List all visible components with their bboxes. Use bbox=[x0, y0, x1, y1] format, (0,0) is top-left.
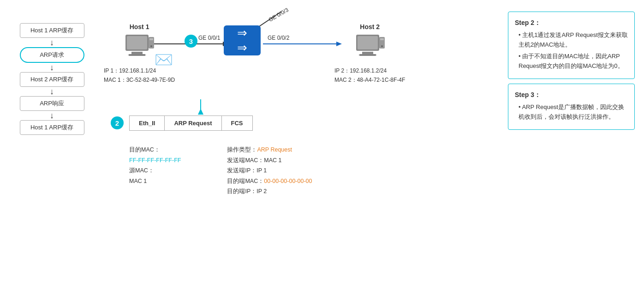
frame-cell-fcs: FCS bbox=[222, 116, 252, 130]
flow-box-4: ARP响应 bbox=[20, 96, 84, 111]
email-icon: ✉️ bbox=[155, 51, 173, 68]
svg-rect-12 bbox=[127, 36, 147, 49]
field-details: 目的MAC： FF-FF-FF-FF-FF-FF 源MAC： MAC 1 操作类… bbox=[129, 145, 501, 197]
switch-arrows-icon: ⇒ ⇒ bbox=[237, 26, 247, 55]
flow-arrow-2: ↓ bbox=[50, 63, 54, 72]
switch-icon: ⇒ ⇒ bbox=[224, 25, 261, 55]
topology-area: Host 1 IP 1：192.168.1.1/24 MAC 1：3 bbox=[95, 9, 501, 129]
svg-point-26 bbox=[381, 45, 383, 47]
step3-bullet-1: ARP Request是广播数据帧，因此交换机收到后，会对该帧执行泛洪操作。 bbox=[515, 103, 628, 122]
svg-rect-13 bbox=[131, 52, 143, 54]
eth-src-mac-label: 源MAC： bbox=[129, 165, 181, 176]
svg-point-18 bbox=[150, 45, 152, 47]
step2-box: Step 2： 主机1通过发送ARP Request报文来获取主机2的MAC地址… bbox=[508, 12, 635, 79]
step2-bullet-2: 由于不知道目的MAC地址，因此ARP Request报文内的目的端MAC地址为0… bbox=[515, 52, 628, 71]
arp-op-value: ARP Request bbox=[257, 146, 292, 153]
arp-src-ip: 发送端IP：IP 1 bbox=[227, 165, 312, 176]
frame-boxes: Eth_II ARP Request FCS bbox=[129, 116, 253, 131]
ge003-label: GE 0/0/3 bbox=[268, 6, 290, 23]
host2-info: IP 2：192.168.1.2/24 MAC 2：48-A4-72-1C-8F… bbox=[334, 66, 405, 85]
step3-box: Step 3： ARP Request是广播数据帧，因此交换机收到后，会对该帧执… bbox=[508, 84, 635, 130]
ge002-label: GE 0/0/2 bbox=[268, 35, 289, 41]
badge-2: 2 bbox=[111, 116, 124, 129]
eth-fields: 目的MAC： FF-FF-FF-FF-FF-FF 源MAC： MAC 1 bbox=[129, 145, 181, 197]
frame-cell-arp: ARP Request bbox=[165, 116, 221, 130]
flowchart: Host 1 ARP缓存 ↓ ARP请求 ↓ Host 2 ARP缓存 ↓ AR… bbox=[9, 9, 95, 283]
step2-bullet-1: 主机1通过发送ARP Request报文来获取主机2的MAC地址。 bbox=[515, 30, 628, 50]
frame-section: 2 Eth_II ARP Request FCS 目的MAC： FF-FF-FF… bbox=[95, 116, 501, 197]
arp-dst-mac: 目的端MAC：00-00-00-00-00-00 bbox=[227, 176, 312, 187]
flow-arrow-3: ↓ bbox=[50, 87, 54, 96]
flow-box-5: Host 1 ARP缓存 bbox=[20, 120, 84, 135]
host2-label: Host 2 bbox=[360, 23, 380, 30]
right-panel: Step 2： 主机1通过发送ARP Request报文来获取主机2的MAC地址… bbox=[501, 9, 635, 283]
host1-info: IP 1：192.168.1.1/24 MAC 1：3C-52-82-49-7E… bbox=[104, 66, 175, 85]
svg-rect-21 bbox=[362, 52, 373, 54]
eth-src-mac-value: MAC 1 bbox=[129, 176, 181, 187]
arp-src-mac: 发送端MAC：MAC 1 bbox=[227, 155, 312, 166]
host1: Host 1 IP 1：192.168.1.1/24 MAC 1：3 bbox=[104, 23, 175, 85]
frame-cell-eth: Eth_II bbox=[130, 116, 165, 130]
host2-computer-icon bbox=[354, 32, 386, 62]
arp-dst-mac-value: 00-00-00-00-00-00 bbox=[264, 178, 312, 184]
center-diagram: Host 1 IP 1：192.168.1.1/24 MAC 1：3 bbox=[95, 9, 501, 283]
arp-op-label: 操作类型：ARP Request bbox=[227, 145, 312, 155]
eth-dst-mac-label: 目的MAC： bbox=[129, 145, 181, 155]
arp-fields: 操作类型：ARP Request 发送端MAC：MAC 1 发送端IP：IP 1… bbox=[227, 145, 312, 197]
host1-computer-icon bbox=[123, 32, 155, 62]
svg-rect-17 bbox=[149, 38, 153, 40]
host2-mac: MAC 2：48-A4-72-1C-8F-4F bbox=[334, 75, 405, 85]
svg-rect-25 bbox=[380, 38, 384, 40]
step2-title: Step 2： bbox=[515, 18, 628, 28]
flow-box-1: Host 1 ARP缓存 bbox=[20, 23, 84, 38]
svg-rect-20 bbox=[358, 36, 378, 49]
eth-dst-mac-value: FF-FF-FF-FF-FF-FF bbox=[129, 155, 181, 166]
svg-marker-5 bbox=[198, 109, 203, 115]
host2: Host 2 IP 2：192.168.1.2/24 MAC 2：48-A4-7… bbox=[334, 23, 405, 85]
host1-mac: MAC 1：3C-52-82-49-7E-9D bbox=[104, 75, 175, 85]
flow-box-3: Host 2 ARP缓存 bbox=[20, 72, 84, 87]
flow-arrow-1: ↓ bbox=[50, 38, 54, 47]
switch: ⇒ ⇒ bbox=[224, 25, 261, 55]
badge-3: 3 bbox=[185, 35, 197, 48]
host1-label: Host 1 bbox=[130, 23, 149, 30]
step3-title: Step 3： bbox=[515, 90, 628, 100]
flow-arrow-4: ↓ bbox=[50, 111, 54, 120]
arp-dst-ip: 目的端IP：IP 2 bbox=[227, 186, 312, 197]
host2-ip: IP 2：192.168.1.2/24 bbox=[334, 66, 405, 75]
flow-box-2: ARP请求 bbox=[20, 47, 84, 63]
ge001-label: GE 0/0/1 bbox=[198, 35, 220, 41]
